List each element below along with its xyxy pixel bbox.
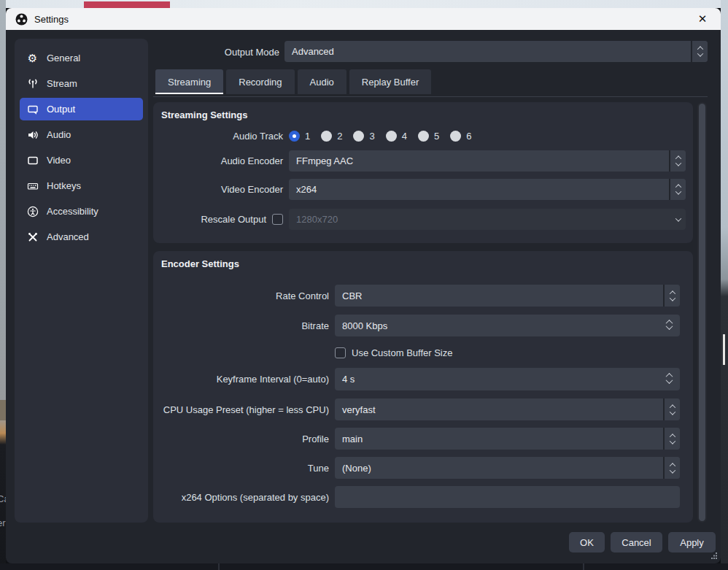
speaker-icon bbox=[26, 128, 39, 141]
settings-dialog: ⚙ General Stream bbox=[6, 30, 721, 563]
custom-buffer-checkbox[interactable] bbox=[335, 347, 346, 358]
output-mode-label: Output Mode bbox=[153, 42, 279, 63]
dropdown-spinner-icon[interactable] bbox=[663, 285, 680, 307]
dropdown-spinner-icon[interactable] bbox=[669, 150, 686, 172]
tab-streaming[interactable]: Streaming bbox=[155, 69, 223, 94]
keyframe-interval-spinbox[interactable]: 4 s bbox=[335, 368, 680, 390]
audio-track-5[interactable]: 5 bbox=[418, 131, 439, 142]
chevron-down-icon[interactable] bbox=[670, 209, 686, 230]
sidebar-item-label: Video bbox=[47, 155, 71, 166]
antenna-icon bbox=[26, 77, 39, 90]
screen: Ca er Settings ✕ ⚙ General bbox=[0, 0, 728, 570]
sidebar-item-output[interactable]: Output bbox=[20, 98, 143, 120]
keyframe-interval-label: Keyframe Interval (0=auto) bbox=[153, 374, 335, 385]
bitrate-spinbox[interactable]: 8000 Kbps bbox=[335, 315, 680, 336]
resize-grip-icon[interactable] bbox=[711, 550, 718, 561]
sidebar-item-audio[interactable]: Audio bbox=[20, 123, 143, 146]
window-title: Settings bbox=[34, 14, 69, 25]
gear-icon: ⚙ bbox=[26, 52, 39, 64]
rate-control-select[interactable]: CBR bbox=[335, 285, 680, 307]
rate-control-value: CBR bbox=[342, 290, 362, 301]
cpu-preset-label: CPU Usage Preset (higher = less CPU) bbox=[153, 404, 335, 415]
custom-buffer-row[interactable]: Use Custom Buffer Size bbox=[335, 347, 452, 358]
sidebar-item-video[interactable]: Video bbox=[20, 149, 143, 172]
sidebar-item-hotkeys[interactable]: Hotkeys bbox=[20, 174, 143, 197]
encoder-settings-title: Encoder Settings bbox=[161, 258, 239, 269]
dropdown-spinner-icon[interactable] bbox=[663, 398, 680, 420]
audio-track-4[interactable]: 4 bbox=[386, 131, 407, 142]
sidebar-item-label: Output bbox=[47, 104, 75, 115]
close-icon[interactable]: ✕ bbox=[690, 8, 715, 30]
background-photo-fragment bbox=[0, 400, 6, 420]
video-encoder-select[interactable]: x264 bbox=[289, 179, 686, 200]
audio-track-6[interactable]: 6 bbox=[450, 131, 471, 142]
sidebar-item-general[interactable]: ⚙ General bbox=[20, 47, 143, 69]
screen-share-icon bbox=[26, 103, 39, 115]
sidebar-item-label: Hotkeys bbox=[47, 180, 81, 191]
audio-track-label: Audio Track bbox=[153, 131, 289, 142]
radio-icon[interactable] bbox=[321, 131, 332, 142]
sidebar-item-accessibility[interactable]: Accessibility bbox=[20, 200, 143, 223]
dropdown-spinner-icon[interactable] bbox=[663, 428, 680, 450]
keyboard-icon bbox=[26, 180, 39, 192]
tune-value: (None) bbox=[342, 463, 371, 474]
accessibility-icon bbox=[26, 205, 39, 217]
radio-icon[interactable] bbox=[450, 131, 461, 142]
tune-select[interactable]: (None) bbox=[335, 457, 680, 479]
sidebar-item-stream[interactable]: Stream bbox=[20, 72, 143, 95]
tab-replay-buffer[interactable]: Replay Buffer bbox=[349, 69, 432, 94]
radio-label: 1 bbox=[305, 131, 310, 142]
background-divider bbox=[218, 563, 220, 570]
tab-recording[interactable]: Recording bbox=[226, 69, 294, 94]
obs-logo-icon bbox=[15, 13, 28, 26]
audio-track-3[interactable]: 3 bbox=[353, 131, 374, 142]
x264-options-input[interactable] bbox=[335, 486, 680, 508]
sidebar-item-label: General bbox=[47, 53, 80, 63]
sidebar-item-label: Stream bbox=[47, 78, 77, 89]
audio-track-1[interactable]: 1 bbox=[289, 131, 310, 142]
dropdown-spinner-icon[interactable] bbox=[691, 41, 708, 62]
rescale-output-combobox[interactable]: 1280x720 bbox=[289, 209, 686, 230]
sidebar-item-label: Audio bbox=[47, 129, 71, 140]
dropdown-spinner-icon[interactable] bbox=[669, 179, 686, 200]
tab-label: Recording bbox=[239, 77, 282, 88]
tab-audio[interactable]: Audio bbox=[298, 69, 346, 94]
output-tabs: Streaming Recording Audio Replay Buffer bbox=[155, 69, 431, 94]
audio-track-2[interactable]: 2 bbox=[321, 131, 342, 142]
radio-icon[interactable] bbox=[353, 131, 364, 142]
ok-button[interactable]: OK bbox=[569, 532, 605, 552]
background-photo-sliver bbox=[723, 334, 725, 365]
streaming-settings-title: Streaming Settings bbox=[161, 109, 247, 120]
rescale-output-value: 1280x720 bbox=[296, 214, 338, 225]
cancel-button[interactable]: Cancel bbox=[611, 532, 662, 552]
sidebar-item-label: Advanced bbox=[47, 231, 89, 242]
radio-label: 3 bbox=[369, 131, 374, 142]
sidebar-item-advanced[interactable]: Advanced bbox=[20, 226, 143, 248]
audio-encoder-value: FFmpeg AAC bbox=[296, 155, 353, 166]
monitor-icon bbox=[26, 154, 39, 166]
audio-encoder-label: Audio Encoder bbox=[153, 155, 289, 166]
audio-encoder-select[interactable]: FFmpeg AAC bbox=[289, 150, 686, 172]
tab-label: Streaming bbox=[168, 77, 211, 88]
profile-value: main bbox=[342, 434, 363, 444]
output-mode-select[interactable]: Advanced bbox=[284, 41, 708, 62]
scrollbar-thumb[interactable] bbox=[699, 104, 705, 521]
spin-down-icon[interactable] bbox=[666, 377, 673, 384]
dropdown-spinner-icon[interactable] bbox=[663, 457, 680, 479]
background-text-fragment: er bbox=[0, 517, 6, 528]
radio-selected-icon[interactable] bbox=[289, 131, 300, 142]
titlebar[interactable]: Settings ✕ bbox=[6, 8, 721, 30]
content-scrollbar[interactable] bbox=[697, 102, 707, 523]
tab-label: Replay Buffer bbox=[362, 77, 419, 88]
settings-sidebar: ⚙ General Stream bbox=[15, 39, 148, 523]
radio-icon[interactable] bbox=[418, 131, 429, 142]
video-encoder-label: Video Encoder bbox=[153, 184, 289, 195]
keyframe-interval-value: 4 s bbox=[342, 374, 355, 385]
cpu-preset-select[interactable]: veryfast bbox=[335, 398, 680, 420]
profile-label: Profile bbox=[153, 434, 335, 444]
rescale-output-checkbox[interactable] bbox=[272, 214, 283, 225]
apply-button[interactable]: Apply bbox=[668, 532, 716, 552]
streaming-settings-panel: Streaming Settings Audio Track 1 2 3 4 5… bbox=[153, 102, 693, 243]
radio-icon[interactable] bbox=[386, 131, 397, 142]
profile-select[interactable]: main bbox=[335, 428, 680, 450]
